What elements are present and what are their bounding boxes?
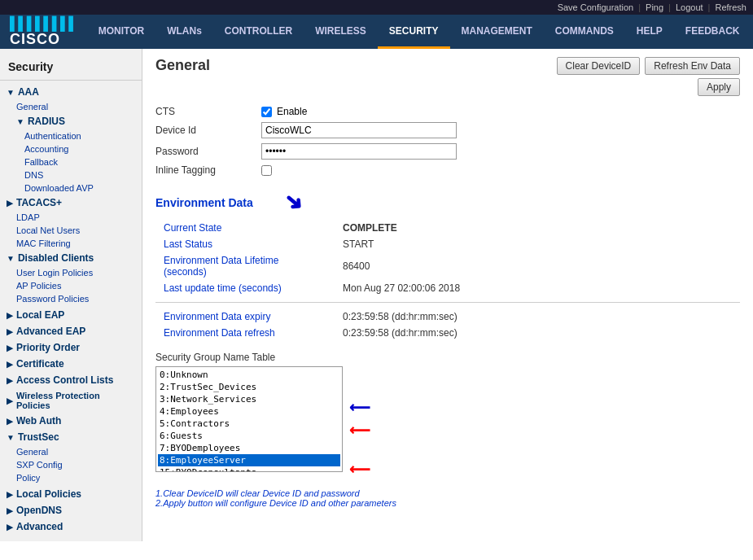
cts-label: CTS (155, 106, 261, 117)
advanced-eap-label: Advanced EAP (16, 326, 85, 337)
sidebar-item-certificate[interactable]: ▶ Certificate (0, 356, 142, 372)
inline-tagging-row: Inline Tagging (155, 164, 740, 176)
sidebar-item-disabled-clients[interactable]: ▼ Disabled Clients (0, 250, 142, 266)
sidebar-item-radius[interactable]: ▼ RADIUS (0, 113, 142, 129)
sidebar-item-trustsec[interactable]: ▼ TrustSec (0, 429, 142, 445)
sg-list-item[interactable]: 8:EmployeeServer (158, 454, 340, 466)
priority-order-label: Priority Order (16, 342, 80, 353)
content-header: General Clear DeviceID Refresh Env Data … (155, 57, 740, 96)
clear-device-id-button[interactable]: Clear DeviceID (557, 57, 641, 75)
sidebar-item-local-eap[interactable]: ▶ Local EAP (0, 307, 142, 323)
nav-commands[interactable]: COMMANDS (544, 15, 625, 49)
header-buttons-row1: Clear DeviceID Refresh Env Data (557, 57, 740, 75)
sidebar-item-accounting[interactable]: Accounting (0, 142, 142, 155)
expiry-value: 0:23:59:58 (dd:hr:mm:sec) (343, 311, 457, 322)
current-state-label: Current State (164, 222, 343, 234)
sg-table-container: 0:Unknown2:TrustSec_Devices3:Network_Ser… (155, 366, 740, 479)
last-update-label: Last update time (seconds) (164, 282, 343, 294)
sg-list-item[interactable]: 2:TrustSec_Devices (158, 381, 340, 393)
header-buttons: Clear DeviceID Refresh Env Data Apply (557, 57, 740, 96)
local-policies-label: Local Policies (16, 488, 81, 500)
sidebar-item-authentication[interactable]: Authentication (0, 129, 142, 142)
apply-button[interactable]: Apply (698, 78, 740, 96)
device-id-input[interactable] (261, 122, 457, 138)
sidebar-item-general[interactable]: General (0, 100, 142, 113)
cisco-logo: ▌▌▌▌▌▌▌▌ CISCO (0, 16, 87, 48)
sg-list-item[interactable]: 0:Unknown (158, 369, 340, 381)
sidebar-item-password-policies[interactable]: Password Policies (0, 292, 142, 305)
sidebar-item-advanced[interactable]: ▶ Advanced (0, 518, 142, 535)
footer-notes: 1.Clear DeviceID will clear Device ID an… (155, 488, 740, 508)
device-id-row: Device Id (155, 122, 740, 138)
nav-wlans[interactable]: WLANs (155, 15, 213, 49)
sidebar-item-policy[interactable]: Policy (0, 471, 142, 484)
sidebar-item-aaa[interactable]: ▼ AAA (0, 84, 142, 100)
save-config-link[interactable]: Save Configuration (558, 2, 634, 12)
current-state-value: COMPLETE (343, 222, 397, 234)
header-buttons-row2: Apply (698, 78, 740, 96)
wireless-protection-arrow-icon: ▶ (7, 396, 13, 405)
password-label: Password (155, 146, 261, 157)
inline-tagging-checkbox[interactable] (261, 165, 272, 176)
sidebar-item-ldap[interactable]: LDAP (0, 211, 142, 224)
sidebar-item-tacacs[interactable]: ▶ TACACS+ (0, 195, 142, 211)
refresh-env-data-button[interactable]: Refresh Env Data (645, 57, 740, 75)
sg-list-item[interactable]: 6:Guests (158, 430, 340, 442)
nav-help[interactable]: HELP (625, 15, 674, 49)
refresh-link[interactable]: Refresh (715, 2, 746, 12)
ping-link[interactable]: Ping (646, 2, 663, 12)
sidebar-section-trustsec: ▼ TrustSec General SXP Config Policy (0, 429, 142, 484)
sidebar-item-local-net-users[interactable]: Local Net Users (0, 224, 142, 237)
sg-list-item[interactable]: 5:Contractors (158, 418, 340, 430)
sidebar-item-mac-filtering[interactable]: MAC Filtering (0, 237, 142, 250)
sidebar-item-sxp-config[interactable]: SXP Config (0, 458, 142, 471)
nav-management[interactable]: MANAGEMENT (450, 15, 544, 49)
blue-arrow-annotation: ➜ (278, 186, 309, 218)
sg-list-item[interactable]: 3:Network_Services (158, 393, 340, 405)
password-input[interactable] (261, 143, 457, 160)
sidebar-item-web-auth[interactable]: ▶ Web Auth (0, 413, 142, 429)
nav-wireless[interactable]: WIRELESS (304, 15, 378, 49)
sidebar-item-opendns[interactable]: ▶ OpenDNS (0, 502, 142, 518)
sidebar-item-ap-policies[interactable]: AP Policies (0, 279, 142, 292)
sidebar-item-fallback[interactable]: Fallback (0, 155, 142, 168)
sidebar-item-local-policies[interactable]: ▶ Local Policies (0, 486, 142, 502)
disabled-clients-label: Disabled Clients (18, 252, 94, 264)
env-data-rows: Current State COMPLETE Last Status START… (164, 222, 740, 294)
cisco-text: CISCO (10, 31, 60, 48)
top-bar: Save Configuration | Ping | Logout | Ref… (0, 0, 753, 15)
sidebar-item-priority-order[interactable]: ▶ Priority Order (0, 339, 142, 356)
cts-checkbox[interactable] (261, 107, 272, 117)
sg-list-item[interactable]: 7:BYODemployees (158, 442, 340, 454)
opendns-label: OpenDNS (16, 505, 62, 516)
nav-controller[interactable]: CONTROLLER (213, 15, 304, 49)
nav-items: MONITOR WLANs CONTROLLER WIRELESS SECURI… (87, 15, 751, 49)
logout-link[interactable]: Logout (676, 2, 703, 12)
advanced-arrow-icon: ▶ (7, 523, 13, 532)
radius-label: RADIUS (28, 116, 65, 127)
sidebar-item-advanced-eap[interactable]: ▶ Advanced EAP (0, 323, 142, 339)
nav-feedback[interactable]: FEEDBACK (674, 15, 751, 49)
sg-list[interactable]: 0:Unknown2:TrustSec_Devices3:Network_Ser… (155, 366, 343, 472)
current-state-row: Current State COMPLETE (164, 222, 740, 234)
sidebar-item-user-login-policies[interactable]: User Login Policies (0, 266, 142, 279)
sidebar-item-downloaded-avp[interactable]: Downloaded AVP (0, 182, 142, 195)
cts-checkbox-row: Enable (261, 106, 307, 117)
inline-tagging-label: Inline Tagging (155, 164, 261, 176)
nav-security[interactable]: SECURITY (378, 15, 450, 49)
sidebar-item-wireless-protection[interactable]: ▶ Wireless Protection Policies (0, 388, 142, 413)
env-data-title: Environment Data ➜ (155, 189, 740, 216)
sg-list-item[interactable]: 15:BYODconsultants (158, 466, 340, 472)
sidebar-item-dns[interactable]: DNS (0, 168, 142, 182)
acl-label: Access Control Lists (16, 374, 113, 386)
sidebar-item-trustsec-general[interactable]: General (0, 445, 142, 458)
radius-arrow-icon: ▼ (16, 117, 24, 126)
sg-list-item[interactable]: 4:Employees (158, 405, 340, 418)
env-data-section: Environment Data ➜ Current State COMPLET… (155, 189, 740, 339)
advanced-eap-arrow-icon: ▶ (7, 327, 13, 336)
sg-arrows: ⟵ ⟵ ⟵ (349, 399, 370, 479)
cts-row: CTS Enable (155, 106, 740, 117)
sidebar-item-acl[interactable]: ▶ Access Control Lists (0, 372, 142, 388)
nav-monitor[interactable]: MONITOR (87, 15, 155, 49)
certificate-label: Certificate (16, 358, 64, 370)
